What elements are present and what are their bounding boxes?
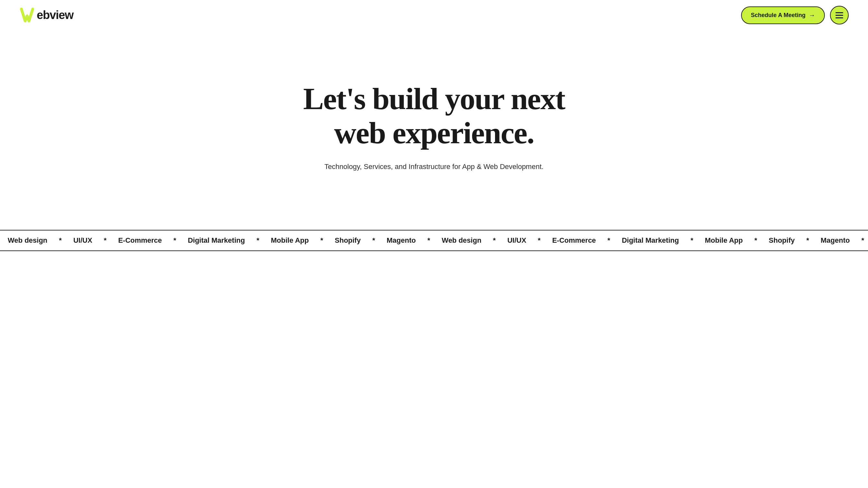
ticker-item: Magento (379, 236, 424, 245)
ticker-separator: * (802, 236, 813, 245)
ticker-separator: * (750, 236, 761, 245)
ticker-separator: * (534, 236, 545, 245)
ticker-item: Mobile App (697, 236, 750, 245)
hamburger-menu-button[interactable] (830, 6, 849, 25)
ticker-item: E-Commerce (544, 236, 603, 245)
ticker-separator: * (170, 236, 180, 245)
ticker-item: Web design (0, 236, 55, 245)
ticker-item: Digital Marketing (614, 236, 687, 245)
ticker-separator: * (687, 236, 697, 245)
ticker-item: Digital Marketing (180, 236, 252, 245)
ticker-separator: * (317, 236, 327, 245)
ticker-item: E-Commerce (111, 236, 170, 245)
ticker-separator: * (857, 236, 868, 245)
ticker-separator: * (55, 236, 66, 245)
logo[interactable]: ebview (19, 6, 73, 24)
logo-text: ebview (37, 8, 73, 22)
hero-title-line1: Let's build your next (303, 82, 565, 116)
ticker-item: Shopify (327, 236, 368, 245)
ticker-item: UI/UX (66, 236, 100, 245)
ticker-item: Shopify (761, 236, 803, 245)
ticker-item: UI/UX (500, 236, 534, 245)
arrow-icon: → (809, 11, 815, 19)
hero-section: Let's build your next web experience. Te… (0, 30, 868, 230)
ticker-strip: Web design*UI/UX*E-Commerce*Digital Mark… (0, 230, 868, 251)
hero-subtitle: Technology, Services, and Infrastructure… (324, 161, 544, 172)
hamburger-line-1 (835, 12, 843, 13)
ticker-item: Magento (813, 236, 857, 245)
logo-icon (19, 6, 35, 24)
site-header: ebview Schedule A Meeting → (0, 0, 868, 30)
schedule-btn-label: Schedule A Meeting (751, 12, 806, 19)
ticker-item: Web design (434, 236, 489, 245)
hero-title-line2: web experience. (334, 116, 534, 150)
ticker-separator: * (252, 236, 263, 245)
ticker-separator: * (100, 236, 111, 245)
ticker-separator: * (368, 236, 379, 245)
ticker-separator: * (603, 236, 614, 245)
hamburger-line-3 (835, 18, 843, 18)
ticker-separator: * (424, 236, 434, 245)
hamburger-line-2 (835, 15, 843, 16)
ticker-separator: * (489, 236, 500, 245)
ticker-item: Mobile App (263, 236, 317, 245)
header-actions: Schedule A Meeting → (741, 6, 849, 25)
schedule-meeting-button[interactable]: Schedule A Meeting → (741, 6, 825, 24)
hero-title: Let's build your next web experience. (303, 82, 565, 150)
ticker-content: Web design*UI/UX*E-Commerce*Digital Mark… (0, 236, 868, 245)
